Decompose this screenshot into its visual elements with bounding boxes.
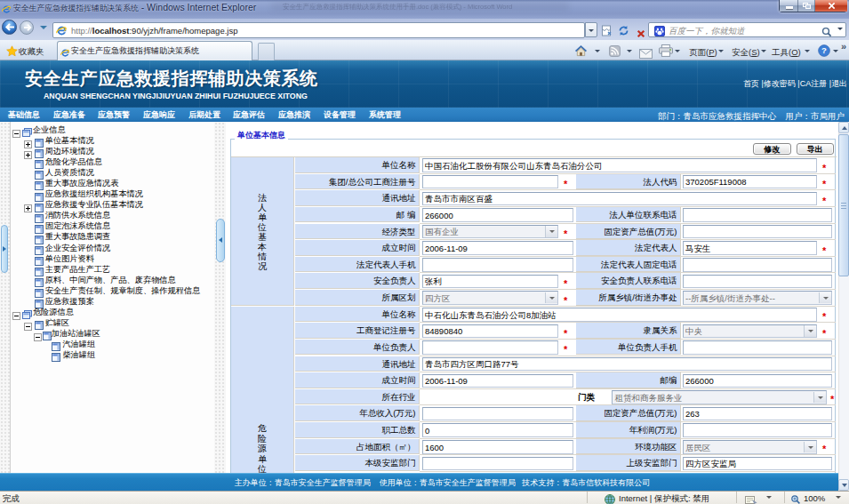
svg-text:?: ?: [821, 45, 827, 55]
